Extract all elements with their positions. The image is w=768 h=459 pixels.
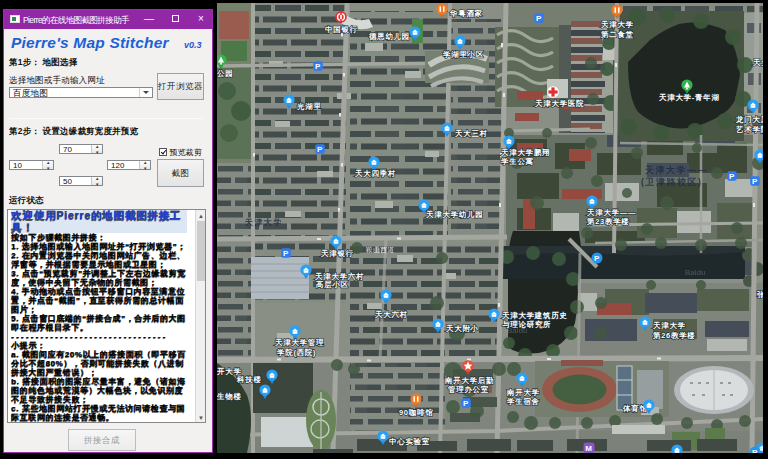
svg-text:天津大学——: 天津大学—— [586,208,636,217]
svg-text:鞍山西道: 鞍山西道 [366,246,395,253]
svg-text:第23教学楼: 第23教学楼 [586,217,630,226]
svg-text:天大三村: 天大三村 [454,129,488,138]
svg-text:南开大学后勤: 南开大学后勤 [444,376,494,385]
svg-text:天津大学幼儿园: 天津大学幼儿园 [425,210,483,219]
svg-text:学生公寓: 学生公寓 [501,157,534,166]
svg-text:天津大学: 天津大学 [244,218,283,227]
svg-text:天大: 天大 [752,58,763,67]
svg-text:(卫津路校区): (卫津路校区) [641,177,703,187]
svg-text:天大附小: 天大附小 [445,324,479,333]
svg-text:学生宿舍: 学生宿舍 [507,397,540,406]
svg-text:管理办公室: 管理办公室 [447,385,489,394]
svg-text:光湖里: 光湖里 [296,102,322,111]
svg-text:德恩幼儿园: 德恩幼儿园 [368,32,410,41]
svg-text:天津大学——: 天津大学—— [644,165,708,175]
svg-text:艺术学院: 艺术学院 [735,125,763,134]
svg-text:天津大学医院: 天津大学医院 [534,99,584,108]
svg-text:天津大学鹏翔: 天津大学鹏翔 [500,148,550,157]
svg-text:第26教学楼: 第26教学楼 [652,331,696,340]
svg-text:天津大学: 天津大学 [600,20,634,29]
svg-text:天大四季村: 天大四季村 [354,169,396,178]
svg-text:学湖里小区: 学湖里小区 [443,50,484,59]
svg-text:张太: 张太 [757,290,763,299]
svg-text:90咖啡馆: 90咖啡馆 [399,408,433,417]
svg-text:天津大学-青年湖: 天津大学-青年湖 [658,93,720,102]
svg-text:天津银行: 天津银行 [320,249,354,258]
svg-text:第二食堂: 第二食堂 [600,30,634,39]
svg-text:Baidu: Baidu [685,268,705,277]
svg-text:天大六村: 天大六村 [374,310,408,319]
svg-text:中心实验室: 中心实验室 [389,437,430,446]
svg-text:学院(西院): 学院(西院) [277,348,316,357]
svg-text:华粤酒家: 华粤酒家 [449,9,483,18]
svg-text:Baidu: Baidu [507,326,527,335]
svg-text:南开大学: 南开大学 [506,388,540,397]
svg-text:天津大学管理: 天津大学管理 [274,338,324,347]
svg-text:科技楼: 科技楼 [236,375,262,384]
svg-text:天津大学: 天津大学 [652,321,686,330]
svg-text:龙门大厦: 龙门大厦 [735,115,763,124]
svg-text:中国银行: 中国银行 [325,25,358,34]
svg-text:公园: 公园 [217,69,233,78]
svg-text:生物楼: 生物楼 [217,392,242,401]
svg-text:高层小区: 高层小区 [315,280,349,289]
svg-text:天津大学建筑历史: 天津大学建筑历史 [501,311,568,320]
